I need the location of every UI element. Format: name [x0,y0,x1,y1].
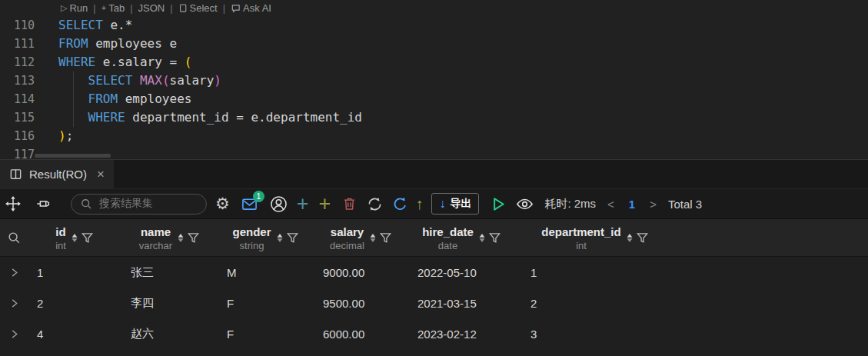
add-row-button[interactable]: + [297,194,309,215]
column-controls [70,231,94,245]
plus-icon: + [297,194,309,215]
code-line[interactable]: 115 WHERE department_id = e.department_i… [0,108,868,127]
column-header[interactable]: name varchar [121,225,218,251]
preview-button[interactable] [515,195,534,213]
add-column-button[interactable]: + [319,194,331,215]
table-cell[interactable]: 4 [28,328,121,341]
line-number: 112 [0,53,35,72]
column-header[interactable]: salary decimal [314,225,408,251]
code-line[interactable]: 116 ); [0,127,868,145]
delete-row-button[interactable] [341,195,358,212]
table-cell[interactable]: 赵六 [121,327,218,341]
row-expander[interactable] [0,298,28,308]
table-cell[interactable]: 2 [28,297,121,310]
prev-page-button[interactable]: < [607,198,614,211]
close-icon[interactable]: × [97,168,105,181]
code-lines[interactable]: 110 SELECT e.* 111 FROM employees e 112 … [0,16,868,164]
tab-result[interactable]: Result(RO) × [0,160,114,188]
plus-icon: + [319,194,331,215]
sort-icon[interactable] [477,231,487,245]
messages-button[interactable]: 1 [241,196,258,212]
code-line[interactable]: 114 FROM employees [0,90,868,108]
filter-funnel-icon[interactable] [187,231,200,245]
up-arrow-icon: ↑ [415,195,423,213]
table-row[interactable]: 2李四F9500.002021-03-152 [0,288,868,318]
table-cell[interactable]: 1 [28,266,121,279]
export-label: 导出 [450,197,471,211]
next-page-button[interactable]: > [650,198,657,211]
filter-funnel-icon[interactable] [636,231,649,245]
column-header[interactable]: department_id int [515,225,675,251]
play-icon [489,195,507,213]
sort-icon[interactable] [625,231,634,245]
filter-funnel-icon[interactable] [286,231,299,245]
trash-icon [341,195,358,212]
filter-funnel-icon[interactable] [81,231,94,245]
codelens-separator: | [130,2,132,14]
table-cell[interactable]: 2021-03-15 [408,297,515,310]
table-cell[interactable]: 6000.00 [314,328,408,341]
result-toolbar: 搜索结果集 ⚙ 1 + + ↑ ↓ 导出 [0,189,868,219]
filter-funnel-icon[interactable] [488,231,501,245]
code-line[interactable]: 111 FROM employees e [0,35,868,53]
table-cell[interactable]: 3 [515,328,675,341]
table-cell[interactable]: 2 [515,297,675,310]
table-cell[interactable]: F [218,297,314,310]
result-panel: Result(RO) × 搜索结果集 ⚙ 1 + + [0,159,868,356]
column-title: department_id int [541,225,620,251]
column-controls [176,231,200,245]
select-button[interactable]: Select [178,2,218,14]
column-type: int [55,240,66,251]
table-row[interactable]: 1张三M9000.002022-05-101 [0,257,868,288]
sort-icon[interactable] [368,231,377,245]
grid-corner-search[interactable] [0,231,28,245]
column-controls [275,231,299,245]
sort-icon[interactable] [70,231,79,245]
commit-button[interactable]: ↑ [415,195,423,213]
table-cell[interactable]: 9500.00 [314,297,408,310]
download-icon: ↓ [439,197,445,211]
column-title: salary decimal [330,225,364,251]
run-query-button[interactable]: ▷ Run [61,2,88,14]
table-row[interactable]: 4赵六F6000.002023-02-123 [0,318,868,349]
move-button[interactable] [5,195,22,212]
search-input[interactable]: 搜索结果集 [71,194,207,215]
table-cell[interactable]: F [218,328,314,341]
table-cell[interactable]: 2022-05-10 [408,266,515,279]
column-controls [625,231,649,245]
execute-button[interactable] [489,195,507,213]
table-cell[interactable]: 李四 [121,296,218,311]
codelens-separator: | [93,2,95,14]
rollback-button[interactable] [391,195,409,213]
export-button[interactable]: ↓ 导出 [431,193,479,215]
code-line[interactable]: 113 SELECT MAX(salary) [0,72,868,90]
column-header[interactable]: gender string [218,225,314,251]
column-header[interactable]: id int [28,225,121,251]
page-number[interactable]: 1 [629,198,635,211]
pin-button[interactable] [35,195,52,212]
code-line[interactable]: 112 WHERE e.salary = ( [0,53,868,72]
sort-icon[interactable] [176,231,185,245]
sql-editor[interactable]: ▷ Run | + Tab | JSON | Select | Ask AI 1… [0,0,868,159]
column-type: string [232,240,271,251]
ask-ai-button[interactable]: Ask AI [231,2,271,14]
sort-icon[interactable] [275,231,284,245]
row-expander[interactable] [0,329,28,339]
column-type: int [541,240,620,251]
settings-button[interactable]: ⚙ [215,195,230,213]
editor-horizontal-scrollbar[interactable] [35,154,111,158]
filter-funnel-icon[interactable] [379,231,392,245]
table-cell[interactable]: 2023-02-12 [408,328,515,341]
table-cell[interactable]: 张三 [121,265,218,280]
column-header[interactable]: hire_date date [408,225,515,251]
account-button[interactable] [270,195,288,213]
code-line[interactable]: 110 SELECT e.* [0,16,868,35]
table-cell[interactable]: M [218,266,314,279]
row-expander[interactable] [0,268,28,278]
table-cell[interactable]: 9000.00 [314,266,408,279]
total-count: Total 3 [668,198,702,211]
new-tab-button[interactable]: + Tab [101,2,125,14]
json-button[interactable]: JSON [138,2,165,14]
refresh-button[interactable] [366,195,384,213]
table-cell[interactable]: 1 [515,266,675,279]
